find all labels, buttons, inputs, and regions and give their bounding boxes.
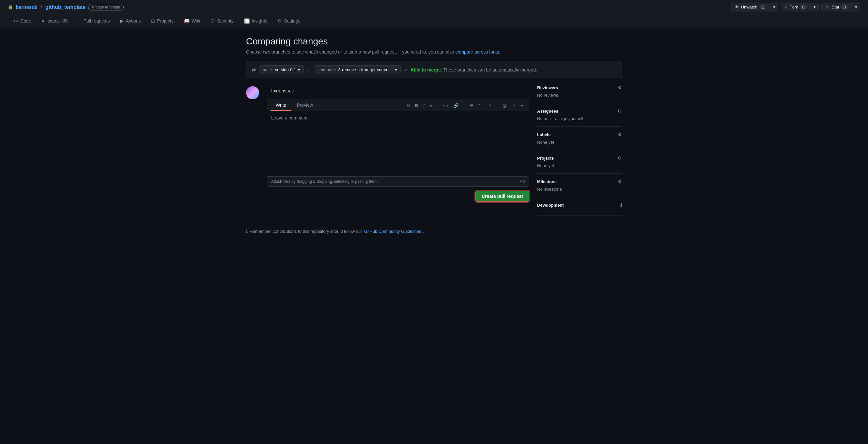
fork-group: ⑃ Fork 0 ▾ [781,3,819,11]
fork-dropdown[interactable]: ▾ [811,3,819,11]
milestone-gear-icon[interactable]: ⚙ [618,179,622,184]
nav-tabs: <> Code ● Issues 2 ⑃ Pull requests ▶ Act… [0,14,868,28]
sidebar-reviewers: Reviewers ⚙ No reviews [537,85,622,103]
labels-title: Labels [537,132,551,137]
sidebar-labels: Labels ⚙ None yet [537,127,622,150]
page-title: Comparing changes [246,36,622,47]
base-branch-selector[interactable]: base: version-0.1 ▾ [259,65,304,74]
compare-forks-link[interactable]: compare across forks. [456,49,501,55]
create-pr-button[interactable]: Create pull request [475,191,529,202]
projects-gear-icon[interactable]: ⚙ [618,155,622,160]
labels-gear-icon[interactable]: ⚙ [618,132,622,137]
tab-issues[interactable]: ● Issues 2 [36,14,74,28]
development-info-icon[interactable]: ℹ [620,202,622,208]
tab-wiki[interactable]: 📖 Wiki [179,14,205,28]
sidebar-projects: Projects ⚙ None yet [537,150,622,174]
unwatch-label: Unwatch [741,5,758,9]
code-icon: <> [13,18,18,24]
unwatch-button[interactable]: 👁 Unwatch 1 [731,3,770,11]
reviewers-title: Reviewers [537,85,558,90]
page-subtitle: Choose two branches to see what's change… [246,49,622,55]
merge-text: These branches can be automatically merg… [443,67,537,72]
editor-body[interactable]: Leave a comment [267,111,529,176]
sidebar-milestone: Milestone ⚙ No milestone [537,174,622,197]
repo-owner[interactable]: barnesd8 [16,4,37,10]
merge-status: ✓ Able to merge. These branches can be a… [404,67,537,72]
tab-write[interactable]: Write [271,100,291,111]
fork-button[interactable]: ⑃ Fork 0 [781,3,811,11]
pr-form: Write Preview H B I ≡ <> [267,85,529,202]
assignees-value: No one—assign yourself [537,116,622,121]
tab-actions-label: Actions [126,18,141,24]
footer-note-text: Remember, contributions to this reposito… [250,229,362,234]
check-icon: ✓ [404,67,408,72]
pr-form-container: Write Preview H B I ≡ <> [246,85,529,202]
tab-settings[interactable]: ⚙ Settings [273,14,306,28]
star-icon: ☆ [826,5,830,9]
markdown-icon: MD [520,180,525,183]
compare-bar: ⇄ base: version-0.1 ▾ ← compare: 3-remov… [246,61,622,78]
development-title: Development [537,203,564,208]
toolbar-sep-3 [497,103,497,108]
tab-security-label: Security [217,18,234,24]
sidebar-development-header: Development ℹ [537,202,622,208]
toolbar-code[interactable]: <> [442,102,450,109]
lock-icon: 🔒 [8,5,13,9]
star-dropdown[interactable]: ▾ [852,3,860,11]
star-button[interactable]: ☆ Star 0 [822,3,852,11]
community-guidelines-link[interactable]: GitHub Community Guidelines [364,229,421,234]
toolbar-sep-2 [464,103,464,108]
projects-title: Projects [537,156,554,160]
fork-label: Fork [790,5,798,9]
toolbar-sep-1 [438,103,438,108]
tab-insights[interactable]: 📈 Insights [239,14,273,28]
tab-code[interactable]: <> Code [8,14,36,28]
attach-text: Attach files by dragging & dropping, sel… [271,179,379,184]
content-area: Write Preview H B I ≡ <> [246,85,622,216]
toolbar-undo[interactable]: ↩ [520,102,526,109]
tab-projects[interactable]: ⊞ Projects [146,14,179,28]
editor-tabs: Write Preview H B I ≡ <> [267,99,529,111]
toolbar-quote[interactable]: ≡ [429,102,434,109]
tab-pull-requests[interactable]: ⑃ Pull requests [73,14,115,28]
pr-title-input[interactable] [267,85,529,96]
sidebar: Reviewers ⚙ No reviews Assignees ⚙ No on… [537,85,622,216]
insights-icon: 📈 [244,18,250,24]
top-bar: 🔒 barnesd8 / github_template Private tem… [0,0,868,14]
toolbar-italic[interactable]: I [422,102,426,109]
comment-placeholder: Leave a comment [267,111,529,124]
toolbar-link[interactable]: 🔗 [452,102,460,109]
tab-projects-label: Projects [157,18,174,24]
settings-icon: ⚙ [278,18,282,24]
projects-icon: ⊞ [151,18,155,24]
milestone-title: Milestone [537,179,557,184]
base-label: base: [263,67,273,72]
fork-count: 0 [800,5,807,9]
sidebar-milestone-header: Milestone ⚙ [537,179,622,184]
toolbar-unordered-list[interactable]: ☰ [468,102,475,109]
toolbar-reference[interactable]: ↗ [511,102,517,109]
info-icon: ℹ [246,229,248,234]
toolbar-ordered-list[interactable]: 1. [477,102,484,109]
toolbar-mention[interactable]: @ [501,102,508,109]
compare-branch-selector[interactable]: compare: 3-remove-s-from-git-commi... ▾ [315,65,401,74]
unwatch-dropdown[interactable]: ▾ [770,3,778,11]
tab-settings-label: Settings [284,18,301,24]
repo-name[interactable]: github_template [45,4,86,10]
reviewers-gear-icon[interactable]: ⚙ [618,85,622,90]
assignees-title: Assignees [537,109,558,114]
tab-security[interactable]: 🛡 Security [205,14,239,28]
footer-note: ℹ Remember, contributions to this reposi… [246,229,622,234]
star-group: ☆ Star 0 ▾ [822,3,860,11]
tab-preview[interactable]: Preview [291,100,318,111]
tab-actions[interactable]: ▶ Actions [115,14,146,28]
toolbar-heading[interactable]: H [405,102,411,109]
repo-actions: 👁 Unwatch 1 ▾ ⑃ Fork 0 ▾ ☆ Star 0 ▾ [731,3,860,11]
avatar [246,86,259,99]
page-footer: ℹ Remember, contributions to this reposi… [238,224,630,239]
assignees-gear-icon[interactable]: ⚙ [618,109,622,114]
toolbar-bold[interactable]: B [414,102,420,109]
toolbar-task-list[interactable]: ☑ [486,102,493,109]
actions-icon: ▶ [120,18,124,24]
repo-info: 🔒 barnesd8 / github_template Private tem… [8,4,124,10]
